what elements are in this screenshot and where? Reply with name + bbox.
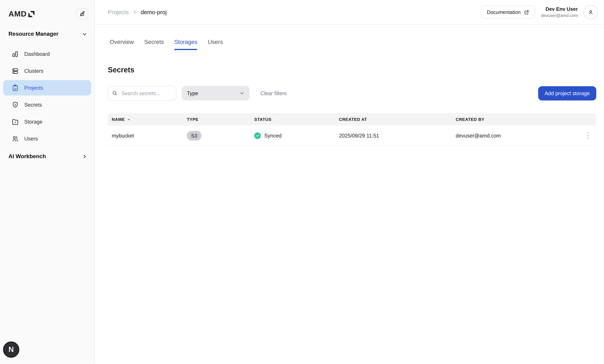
sidebar-item-dashboard[interactable]: Dashboard xyxy=(3,46,91,61)
status-label: Synced xyxy=(264,133,282,138)
sidebar-item-label: Projects xyxy=(24,85,43,91)
column-header-name[interactable]: NAME xyxy=(108,117,187,121)
add-project-storage-button[interactable]: Add project storage xyxy=(538,86,596,100)
user-avatar[interactable] xyxy=(584,5,598,19)
column-header-type: TYPE xyxy=(187,117,254,121)
content: Overview Secrets Storages Users Secrets … xyxy=(95,25,604,364)
amd-logo-text: AMD xyxy=(9,10,26,18)
column-header-created-by: CREATED BY xyxy=(456,117,596,121)
column-header-status: STATUS xyxy=(254,117,339,121)
search-icon xyxy=(112,90,118,96)
sidebar-item-label: Secrets xyxy=(24,102,42,108)
sidebar-lock-toggle-button[interactable] xyxy=(77,8,88,20)
product-label: Resource Manager xyxy=(9,31,58,37)
cell-type: S3 xyxy=(187,131,254,140)
top-bar: Projects demo-proj Documentation xyxy=(95,0,604,25)
user-name: Dev Env User xyxy=(541,6,578,12)
sidebar-item-ai-workbench[interactable]: AI Workbench xyxy=(0,153,94,159)
column-header-label: NAME xyxy=(112,117,125,121)
type-badge: S3 xyxy=(187,131,201,140)
user-info: Dev Env User devuser@amd.com xyxy=(541,6,578,18)
tab-storages[interactable]: Storages xyxy=(174,38,197,50)
sidebar-nav: Dashboard Clusters xyxy=(0,46,94,146)
chevron-down-icon xyxy=(82,31,88,37)
row-actions-menu-button[interactable] xyxy=(586,131,590,140)
filter-row: Type Clear filters Add project storage xyxy=(108,86,596,100)
table-header-row: NAME TYPE STATUS CREATED AT CREATED BY xyxy=(108,113,596,126)
person-icon xyxy=(588,9,594,15)
breadcrumb-current: demo-proj xyxy=(141,9,167,15)
sidebar-logo-row: AMD xyxy=(0,0,94,22)
sort-asc-icon xyxy=(127,117,131,121)
users-icon xyxy=(12,135,19,142)
search-box xyxy=(108,86,176,100)
tab-users[interactable]: Users xyxy=(208,38,223,50)
lock-slash-icon xyxy=(79,11,86,17)
product-switcher[interactable]: Resource Manager xyxy=(0,31,94,37)
external-link-icon xyxy=(524,10,529,15)
bar-chart-icon xyxy=(12,50,19,58)
tab-secrets[interactable]: Secrets xyxy=(144,38,164,50)
cell-created-by: devuser@amd.com xyxy=(456,133,596,138)
status-synced-icon xyxy=(254,132,261,139)
breadcrumb-chevron-icon xyxy=(132,10,137,15)
app-window: AMD Resource Mana xyxy=(0,0,604,364)
sidebar-item-label: Storage xyxy=(24,119,42,125)
documentation-label: Documentation xyxy=(487,9,521,15)
main-area: Projects demo-proj Documentation xyxy=(95,0,604,364)
top-right-group: Documentation Dev Env User devuser@amd.c… xyxy=(481,5,598,19)
shield-key-icon xyxy=(12,101,19,108)
amd-arrow-icon xyxy=(28,10,35,17)
sidebar-item-label: Dashboard xyxy=(24,51,50,57)
dev-tools-badge-letter: N xyxy=(9,345,14,354)
user-email: devuser@amd.com xyxy=(541,13,578,18)
tab-bar: Overview Secrets Storages Users xyxy=(110,38,596,50)
sidebar-item-label: Clusters xyxy=(24,68,43,74)
storages-table: NAME TYPE STATUS CREATED AT CREATED BY m… xyxy=(108,113,596,146)
documentation-button[interactable]: Documentation xyxy=(481,6,535,19)
breadcrumb: Projects demo-proj xyxy=(108,9,167,15)
table-row[interactable]: mybucket S3 Synced 2025/09/29 11:51 devu… xyxy=(108,125,596,146)
sidebar-item-projects[interactable]: Projects xyxy=(3,80,91,96)
sidebar-item-users[interactable]: Users xyxy=(3,131,91,146)
sidebar: AMD Resource Mana xyxy=(0,0,95,364)
folder-lock-icon xyxy=(12,118,19,125)
chevron-right-icon xyxy=(82,153,88,159)
chevron-down-icon xyxy=(239,90,245,96)
type-filter-label: Type xyxy=(187,90,198,96)
sidebar-item-secrets[interactable]: Secrets xyxy=(3,97,91,112)
sidebar-item-storage[interactable]: Storage xyxy=(3,114,91,129)
section-title: Secrets xyxy=(108,66,596,74)
server-stack-icon xyxy=(12,67,19,74)
dev-tools-badge[interactable]: N xyxy=(3,341,19,358)
type-filter-dropdown[interactable]: Type xyxy=(182,86,250,100)
clipboard-check-icon xyxy=(12,84,19,91)
ai-workbench-label: AI Workbench xyxy=(9,153,46,159)
cell-name: mybucket xyxy=(108,133,187,138)
sidebar-item-clusters[interactable]: Clusters xyxy=(3,63,91,79)
cell-status: Synced xyxy=(254,132,339,139)
breadcrumb-projects-link[interactable]: Projects xyxy=(108,9,129,15)
clear-filters-button[interactable]: Clear filters xyxy=(260,90,287,96)
column-header-created-at: CREATED AT xyxy=(339,117,456,121)
search-input[interactable] xyxy=(121,90,172,97)
sidebar-item-label: Users xyxy=(24,136,38,142)
amd-logo: AMD xyxy=(9,10,35,18)
tab-overview[interactable]: Overview xyxy=(110,38,134,50)
cell-created-at: 2025/09/29 11:51 xyxy=(339,133,456,138)
